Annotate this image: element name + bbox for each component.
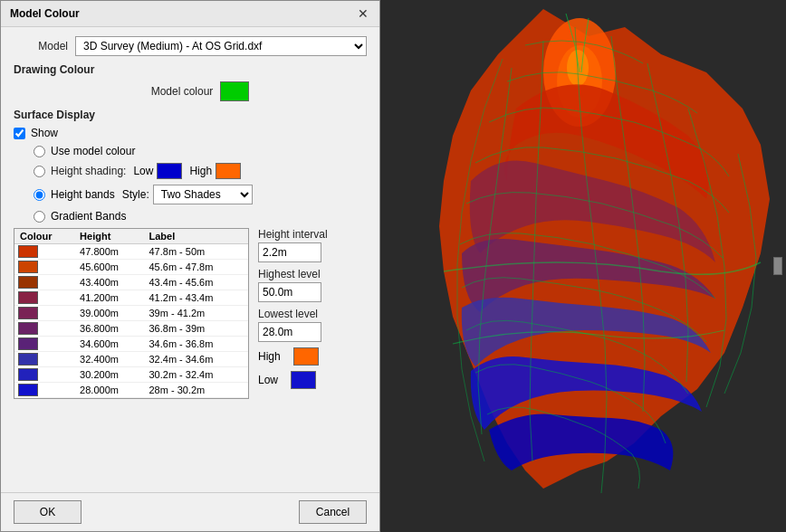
surface-display-title: Surface Display [14, 109, 367, 121]
drawing-colour-title: Drawing Colour [14, 63, 367, 76]
table-row: 45.600m 45.6m - 47.8m [14, 260, 248, 275]
label-cell: 32.4m - 34.6m [143, 352, 248, 367]
row-color-swatch[interactable] [18, 384, 38, 396]
gradient-bands-label: Gradient Bands [51, 210, 126, 223]
height-cell: 45.600m [74, 260, 143, 275]
color-cell [14, 337, 74, 352]
low-color-box[interactable] [157, 163, 182, 179]
title-bar: Model Colour ✕ [1, 1, 379, 27]
cancel-button[interactable]: Cancel [299, 500, 367, 524]
label-cell: 34.6m - 36.8m [143, 337, 248, 352]
colour-table: Colour Height Label 47.800m 47.8m - 50m … [14, 229, 248, 398]
row-color-swatch[interactable] [18, 261, 38, 273]
height-cell: 36.800m [74, 321, 143, 337]
highest-level-input[interactable] [258, 282, 321, 302]
gradient-bands-row: Gradient Bands [34, 210, 367, 223]
low-row: Low [258, 371, 367, 389]
model-select[interactable]: 3D Survey (Medium) - At OS Grid.dxf [75, 36, 367, 56]
height-cell: 43.400m [74, 275, 143, 290]
col-label: Label [143, 229, 248, 244]
height-cell: 32.400m [74, 352, 143, 367]
height-cell: 28.000m [74, 383, 143, 398]
table-row: 34.600m 34.6m - 36.8m [14, 337, 248, 352]
show-checkbox[interactable] [14, 128, 25, 139]
height-bands-radio[interactable] [34, 189, 45, 201]
show-label: Show [31, 127, 58, 139]
color-cell [14, 290, 74, 306]
dialog-body: Model 3D Survey (Medium) - At OS Grid.dx… [1, 27, 379, 492]
label-cell: 47.8m - 50m [143, 244, 248, 260]
label-cell: 39m - 41.2m [143, 306, 248, 321]
low-label-panel: Low [258, 374, 278, 386]
height-bands-label: Height bands [51, 188, 115, 201]
high-row: High [258, 347, 367, 366]
row-color-swatch[interactable] [18, 307, 38, 319]
model-colour-row: Model colour [34, 81, 367, 101]
model-colour-box[interactable] [220, 81, 249, 101]
row-color-swatch[interactable] [18, 276, 38, 289]
table-row: 39.000m 39m - 41.2m [14, 306, 248, 321]
color-cell [14, 306, 74, 321]
high-color-panel[interactable] [293, 347, 319, 366]
ok-button[interactable]: OK [14, 500, 81, 524]
highest-level-label: Highest level [258, 268, 367, 280]
low-color-panel[interactable] [291, 371, 316, 389]
table-row: 43.400m 43.4m - 45.6m [14, 275, 248, 290]
high-color-box[interactable] [216, 163, 241, 179]
height-bands-row: Height bands Style: Two Shades SpectrumC… [34, 185, 367, 204]
show-checkbox-row: Show [14, 127, 367, 139]
height-interval-section: Height interval [258, 228, 367, 262]
use-model-colour-radio[interactable] [34, 146, 45, 157]
row-color-swatch[interactable] [18, 291, 38, 304]
label-cell: 43.4m - 45.6m [143, 275, 248, 290]
color-cell [14, 383, 74, 398]
low-label: Low [133, 165, 153, 177]
lowest-level-input[interactable] [258, 322, 321, 342]
model-colour-dialog: Model Colour ✕ Model 3D Survey (Medium) … [0, 0, 380, 532]
row-color-swatch[interactable] [18, 337, 38, 350]
label-cell: 28m - 30.2m [143, 383, 248, 398]
use-model-colour-row: Use model colour [34, 145, 367, 157]
style-select[interactable]: Two Shades SpectrumCustom [153, 185, 253, 204]
scroll-indicator[interactable] [773, 257, 782, 275]
label-cell: 45.6m - 47.8m [143, 260, 248, 275]
height-shading-label: Height shading: [51, 165, 126, 177]
color-cell [14, 260, 74, 275]
table-row: 32.400m 32.4m - 34.6m [14, 352, 248, 367]
row-color-swatch[interactable] [18, 353, 38, 366]
color-cell [14, 352, 74, 367]
table-row: 36.800m 36.8m - 39m [14, 321, 248, 337]
height-shading-radio[interactable] [34, 166, 45, 177]
height-shading-row: Height shading: Low High [34, 163, 367, 179]
dialog-title: Model Colour [10, 7, 80, 20]
col-colour: Colour [14, 229, 74, 244]
table-row: 30.200m 30.2m - 32.4m [14, 367, 248, 383]
close-button[interactable]: ✕ [356, 6, 370, 21]
lowest-level-section: Lowest level [258, 308, 367, 342]
color-cell [14, 244, 74, 260]
gradient-bands-radio[interactable] [34, 211, 45, 223]
color-cell [14, 275, 74, 290]
height-cell: 47.800m [74, 244, 143, 260]
model-colour-label: Model colour [151, 85, 214, 98]
use-model-colour-label: Use model colour [51, 145, 135, 157]
dialog-footer: OK Cancel [1, 492, 379, 531]
table-row: 28.000m 28m - 30.2m [14, 383, 248, 398]
height-interval-label: Height interval [258, 228, 367, 241]
row-color-swatch[interactable] [18, 245, 38, 258]
high-label-shading: High [189, 165, 212, 177]
right-panel: Height interval Highest level Lowest lev… [258, 228, 367, 399]
table-row: 47.800m 47.8m - 50m [14, 244, 248, 260]
label-cell: 41.2m - 43.4m [143, 290, 248, 306]
row-color-swatch[interactable] [18, 368, 38, 381]
table-row: 41.200m 41.2m - 43.4m [14, 290, 248, 306]
height-interval-input[interactable] [258, 242, 321, 262]
viewport-inner [380, 0, 786, 532]
model-label: Model [14, 40, 68, 52]
colour-table-container[interactable]: Colour Height Label 47.800m 47.8m - 50m … [14, 228, 249, 399]
label-cell: 36.8m - 39m [143, 321, 248, 337]
row-color-swatch[interactable] [18, 322, 38, 335]
height-cell: 41.200m [74, 290, 143, 306]
color-cell [14, 321, 74, 337]
terrain-svg [380, 0, 786, 532]
